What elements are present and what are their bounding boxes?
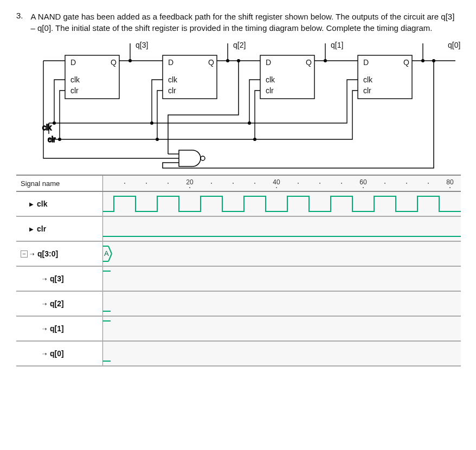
signal-label-text: q[3] <box>50 274 64 283</box>
ff-d-label: D <box>168 58 173 67</box>
ff-d-label: D <box>70 58 76 67</box>
timing-row-clr: ▶ clr <box>16 217 461 242</box>
signal-label: ▶ clk <box>16 192 103 216</box>
signal-label-text: clr <box>37 224 46 233</box>
question-block: 3. A NAND gate has been added as a feedb… <box>16 11 460 34</box>
svg-point-46 <box>363 187 364 188</box>
sub-arrow-icon: ⇢ <box>42 351 47 357</box>
ff-clr-label: clr <box>266 86 274 95</box>
signal-label: ⇢ q[1] <box>16 317 103 340</box>
question-number: 3. <box>16 11 23 34</box>
signal-label: − ⇢ q[3:0] <box>16 242 103 266</box>
waveform-qbus: A <box>103 242 461 266</box>
signal-label: ⇢ q[3] <box>16 267 103 291</box>
ff-clr-label: clr <box>70 86 79 95</box>
svg-point-40 <box>341 183 342 184</box>
waveform-q3 <box>103 267 461 291</box>
svg-point-19 <box>248 121 251 125</box>
collapse-icon[interactable]: − <box>21 250 28 258</box>
ff-d-label: D <box>363 58 369 67</box>
ff-clk-label: clk <box>168 75 178 84</box>
svg-point-41 <box>384 183 385 184</box>
ff-q-label: Q <box>111 58 117 67</box>
svg-point-26 <box>237 59 240 62</box>
waveform-q2 <box>103 292 461 316</box>
signal-label-text: q[2] <box>50 299 64 308</box>
output-label: q[1] <box>331 41 343 49</box>
sub-arrow-icon: ⇢ <box>42 301 47 307</box>
svg-point-42 <box>406 183 407 184</box>
expand-arrow-icon: ▶ <box>29 201 34 207</box>
svg-point-32 <box>124 183 125 184</box>
ff-clr-label: clr <box>363 86 371 95</box>
svg-point-18 <box>150 121 153 125</box>
output-label: q[0] <box>448 41 460 49</box>
timing-row-q1: ⇢ q[1] <box>16 317 461 342</box>
signal-label: ⇢ q[2] <box>16 292 103 316</box>
svg-point-33 <box>146 183 147 184</box>
svg-point-22 <box>253 138 256 141</box>
expand-arrow-icon: ▶ <box>29 226 34 232</box>
global-clk-label: clk <box>42 123 52 132</box>
nand-gate <box>163 59 435 168</box>
waveform-clr <box>103 217 461 241</box>
waveform-q0 <box>103 342 461 365</box>
signal-name-header: Signal name <box>16 176 103 191</box>
waveform-clk <box>103 192 461 216</box>
signal-label-text: q[1] <box>50 324 64 333</box>
timing-row-q2: ⇢ q[2] <box>16 292 461 317</box>
ff-q-label: Q <box>403 58 409 67</box>
sub-arrow-icon: ⇢ <box>42 326 47 332</box>
waveform-q1 <box>103 317 461 340</box>
circuit-diagram: D D D D Q Q Q Q clk clk clk clk clr clr … <box>22 39 466 169</box>
svg-text:80: 80 <box>446 178 454 186</box>
timing-row-q0: ⇢ q[0] <box>16 342 461 367</box>
output-label: q[3] <box>136 41 148 49</box>
ff-clk-label: clk <box>363 75 373 84</box>
svg-point-35 <box>211 183 212 184</box>
signal-label-text: q[3:0] <box>37 249 58 258</box>
svg-point-37 <box>254 183 255 184</box>
svg-point-44 <box>189 187 190 188</box>
timing-ruler: 20 40 60 80 <box>103 176 461 191</box>
sub-arrow-icon: ⇢ <box>42 276 47 282</box>
timing-row-qbus: − ⇢ q[3:0] A <box>16 242 461 267</box>
svg-point-39 <box>319 183 320 184</box>
timing-row-q3: ⇢ q[3] <box>16 267 461 292</box>
svg-line-52 <box>108 254 112 261</box>
question-text: A NAND gate has been added as a feedback… <box>31 11 460 34</box>
svg-point-47 <box>449 187 451 188</box>
svg-text:20: 20 <box>186 178 194 186</box>
output-label: q[2] <box>233 41 246 49</box>
ff-q-label: Q <box>208 58 214 67</box>
signal-label-text: clk <box>37 200 47 208</box>
signal-label-text: q[0] <box>50 349 64 358</box>
timing-diagram: Signal name 20 40 60 80 <box>16 175 461 367</box>
timing-header-row: Signal name 20 40 60 80 <box>16 176 461 192</box>
ff-clk-label: clk <box>70 75 80 84</box>
svg-line-51 <box>108 246 112 254</box>
timing-row-clk: ▶ clk <box>16 192 461 217</box>
svg-text:A: A <box>104 249 109 258</box>
signal-label: ▶ clr <box>16 217 103 241</box>
ff-clr-label: clr <box>168 86 176 95</box>
ff-clk-label: clk <box>266 75 275 84</box>
svg-point-20 <box>58 138 61 141</box>
svg-point-36 <box>233 183 234 184</box>
svg-point-45 <box>276 187 277 188</box>
ff-q-label: Q <box>306 58 312 67</box>
svg-point-17 <box>53 121 56 125</box>
svg-point-21 <box>156 138 159 141</box>
signal-label: ⇢ q[0] <box>16 342 103 365</box>
svg-point-34 <box>168 183 169 184</box>
svg-point-23 <box>201 156 205 160</box>
bus-arrow-icon: ⇢ <box>30 251 34 257</box>
svg-text:60: 60 <box>359 178 367 186</box>
svg-point-43 <box>428 183 429 184</box>
ff-d-label: D <box>266 58 271 67</box>
svg-text:40: 40 <box>273 178 280 186</box>
svg-point-27 <box>432 59 435 62</box>
svg-point-38 <box>298 183 299 184</box>
